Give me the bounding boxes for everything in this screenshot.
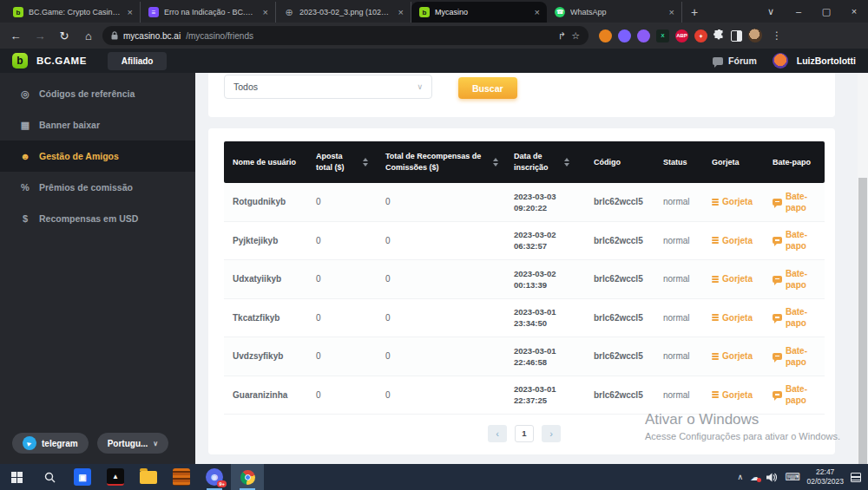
cell-bet-total: 0 (307, 313, 377, 323)
browser-menu-icon[interactable]: ⋮ (768, 29, 786, 42)
brand-name[interactable]: BC.GAME (36, 56, 87, 66)
green-x-extension-icon[interactable]: X (656, 29, 669, 42)
split-screen-icon[interactable] (731, 30, 742, 42)
tip-link[interactable]: Gorjeta (712, 390, 753, 400)
chat-link[interactable]: Bate-papo (773, 383, 815, 406)
forum-link[interactable]: Fórum (713, 56, 757, 66)
tab-close-icon[interactable]: × (397, 7, 405, 17)
browser-tab[interactable]: Mycasino × (411, 2, 547, 23)
window-minimize-button[interactable]: – (785, 0, 812, 23)
refresh-button[interactable]: ↻ (54, 29, 75, 42)
browser-tab[interactable]: 2023-03-02_3.png (1024×76 × (276, 2, 411, 23)
sidebar-item-banner-download[interactable]: ▦ Banner baixar (0, 109, 195, 140)
column-header[interactable]: Data de inscrição (505, 141, 585, 183)
site-header: b BC.GAME Afiliado Fórum LuizBortolotti (0, 49, 868, 73)
purple-wallet-extension-icon[interactable] (618, 29, 631, 42)
telegram-button[interactable]: ► telegram (12, 433, 89, 454)
purple-swirl-extension-icon[interactable] (637, 29, 650, 42)
chat-link[interactable]: Bate-papo (773, 268, 815, 291)
sort-icon[interactable] (564, 158, 569, 167)
pagination-next-button[interactable]: › (542, 425, 561, 442)
tip-link[interactable]: Gorjeta (712, 197, 753, 206)
window-close-button[interactable]: × (840, 0, 868, 23)
column-header[interactable]: Bate-papo (764, 141, 825, 183)
onedrive-cloud-icon[interactable]: ☁ (750, 472, 760, 483)
scrollbar-thumb[interactable] (858, 178, 867, 464)
tab-close-icon[interactable]: × (126, 7, 135, 17)
bookmark-star-icon[interactable]: ☆ (571, 30, 580, 42)
column-header[interactable]: Código (585, 141, 654, 183)
address-bar[interactable]: mycasino.bc.ai/mycasino/friends ↱ ☆ (102, 26, 589, 45)
taskbar-app-messenger[interactable]: ◉9+ (198, 464, 231, 490)
metamask-extension-icon[interactable] (599, 29, 612, 42)
Uvdzsyfikyb: Uvdzsyfikyb 0 0 2023-03-01 22:46:58 brlc… (224, 337, 825, 376)
column-header[interactable]: Gorjeta (703, 141, 764, 183)
pagination-page-button[interactable]: 1 (515, 425, 534, 442)
extensions-puzzle-icon[interactable] (713, 29, 725, 42)
browser-tab[interactable]: BC.Game: Crypto Casino Gam × (5, 2, 141, 23)
column-header[interactable]: Aposta total ($) (307, 141, 377, 183)
browser-profile-avatar[interactable] (748, 29, 762, 42)
home-button[interactable]: ⌂ (78, 29, 99, 42)
forum-chat-icon (713, 57, 723, 65)
taskbar-app-anydesk[interactable]: ▣ (66, 464, 99, 490)
sidebar-item-label: Gestão de Amigos (39, 151, 119, 161)
action-center-icon[interactable] (851, 473, 861, 482)
column-header[interactable]: Nome de usuário (224, 141, 307, 183)
taskbar-app-launcher[interactable]: ▲ (99, 464, 132, 490)
tip-link[interactable]: Gorjeta (712, 274, 753, 284)
taskbar-search-button[interactable] (33, 464, 66, 490)
tray-expand-icon[interactable]: ∧ (738, 473, 744, 481)
tip-link[interactable]: Gorjeta (712, 351, 753, 361)
Udxatyiikyb: Udxatyiikyb 0 0 2023-03-02 00:13:39 brlc… (224, 260, 825, 299)
browser-tab[interactable]: WhatsApp × (547, 2, 682, 23)
sidebar-item-commission-prizes[interactable]: % Prêmios de comissão (0, 172, 195, 203)
sort-icon[interactable] (363, 158, 368, 167)
taskbar-app-game[interactable] (165, 464, 198, 490)
window-maximize-button[interactable]: ▢ (812, 0, 840, 23)
sidebar-item-friends-management[interactable]: ☻ Gestão de Amigos (0, 140, 195, 172)
filter-select[interactable]: Todos ∨ (224, 75, 432, 99)
browser-tab[interactable]: Erro na Indicação - BC.Game × (141, 2, 276, 23)
language-label: Portugu... (108, 439, 148, 448)
tab-close-icon[interactable]: × (261, 7, 270, 17)
volume-icon[interactable] (766, 473, 778, 482)
tip-link[interactable]: Gorjeta (712, 236, 753, 245)
taskbar-clock[interactable]: 22:47 02/03/2023 (806, 467, 844, 487)
chat-link[interactable]: Bate-papo (773, 229, 815, 252)
stop-hand-extension-icon[interactable]: ✦ (694, 29, 707, 42)
bcgame-logo-icon[interactable]: b (12, 53, 28, 69)
chat-link[interactable]: Bate-papo (773, 306, 815, 329)
sort-icon[interactable] (493, 158, 498, 167)
tip-link[interactable]: Gorjeta (712, 313, 753, 323)
page-scrollbar[interactable] (858, 74, 868, 464)
tab-close-icon[interactable]: × (667, 7, 676, 17)
touch-keyboard-icon[interactable]: ⌨ (785, 471, 799, 483)
cell-username: Tkcatzfikyb (224, 313, 307, 323)
language-selector[interactable]: Portugu... ∨ (97, 433, 169, 454)
tab-favicon-icon (284, 7, 294, 17)
start-button[interactable] (0, 464, 33, 490)
user-avatar[interactable] (773, 53, 788, 69)
taskbar-file-explorer[interactable] (132, 464, 165, 490)
taskbar-chrome[interactable] (231, 464, 264, 490)
back-button[interactable]: ← (5, 29, 26, 42)
pagination-prev-button[interactable]: ‹ (488, 425, 507, 442)
black-app-icon: ▲ (107, 468, 124, 486)
username-label[interactable]: LuizBortolotti (797, 56, 856, 66)
sidebar-item-usd-rewards[interactable]: $ Recompensas em USD (0, 203, 195, 234)
tab-close-icon[interactable]: × (533, 7, 542, 17)
column-header[interactable]: Status (654, 141, 703, 183)
search-button[interactable]: Buscar (458, 77, 517, 99)
new-tab-button[interactable]: + (682, 5, 708, 23)
forward-button[interactable]: → (30, 29, 50, 42)
column-header[interactable]: Total de Recompensas de Comissões ($) (377, 141, 505, 183)
share-icon[interactable]: ↱ (558, 30, 566, 42)
coin-stack-icon (712, 314, 719, 321)
adblock-plus-extension-icon[interactable]: ABP (675, 29, 688, 42)
tab-search-icon[interactable]: ∨ (757, 0, 785, 23)
sidebar-item-referral-codes[interactable]: ◎ Códigos de referência (0, 78, 195, 109)
chat-link[interactable]: Bate-papo (773, 191, 815, 213)
chat-link[interactable]: Bate-papo (773, 345, 815, 368)
affiliate-nav-button[interactable]: Afiliado (108, 52, 168, 70)
